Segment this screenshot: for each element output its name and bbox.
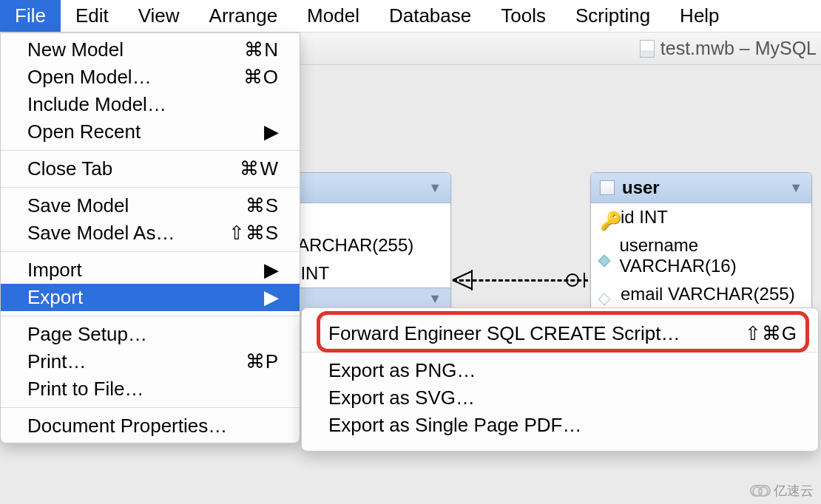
diamond-icon: [600, 287, 613, 301]
table-name: user: [622, 177, 660, 198]
diamond-icon: [600, 249, 612, 262]
menu-item-import[interactable]: Import ▶: [1, 256, 300, 284]
menu-item-export[interactable]: Export ▶: [1, 284, 300, 311]
menu-tools[interactable]: Tools: [486, 0, 561, 32]
svg-point-3: [567, 274, 578, 286]
document-icon: [640, 40, 655, 58]
svg-line-1: [453, 280, 472, 289]
menu-label: Export as PNG…: [328, 359, 476, 382]
column-text: username VARCHAR(16): [619, 235, 803, 276]
menu-shortcut: ⇧⌘G: [715, 322, 797, 345]
menu-label: Include Model…: [27, 93, 166, 116]
window-title: test.mwb – MySQL: [660, 38, 817, 59]
column-row[interactable]: username VARCHAR(16): [591, 231, 811, 280]
menubar: File Edit View Arrange Model Database To…: [0, 0, 821, 33]
key-icon: 🔑: [600, 211, 613, 224]
menu-item-print-to-file[interactable]: Print to File…: [1, 375, 300, 403]
chevron-down-icon[interactable]: ▼: [789, 180, 803, 196]
export-submenu: Forward Engineer SQL CREATE Script… ⇧⌘G …: [301, 307, 819, 452]
menu-view[interactable]: View: [124, 0, 195, 32]
menu-file[interactable]: File: [0, 0, 61, 32]
table-header-user[interactable]: user ▼: [591, 173, 811, 203]
file-menu-dropdown: New Model ⌘N Open Model… ⌘O Include Mode…: [0, 33, 300, 443]
chevron-down-icon[interactable]: ▼: [428, 180, 442, 196]
menu-separator: [1, 316, 300, 316]
menu-label: Export as SVG…: [328, 386, 475, 409]
menu-item-export-png[interactable]: Export as PNG…: [302, 357, 818, 384]
submenu-arrow-icon: ▶: [234, 120, 279, 143]
menu-label: Open Model…: [27, 66, 152, 89]
menu-label: Page Setup…: [27, 323, 147, 346]
menu-label: Open Recent: [27, 120, 141, 143]
column-text: email VARCHAR(255): [621, 284, 795, 304]
menu-arrange[interactable]: Arrange: [195, 0, 293, 32]
watermark-icon: [750, 485, 771, 497]
menu-label: Close Tab: [27, 157, 112, 180]
menu-label: Document Properties…: [27, 415, 227, 437]
crowfoot-many-icon: [450, 268, 478, 292]
menu-label: Forward Engineer SQL CREATE Script…: [328, 322, 680, 345]
menu-item-print[interactable]: Print… ⌘P: [1, 348, 300, 375]
submenu-arrow-icon: ▶: [234, 286, 279, 309]
menu-shortcut: ⌘N: [214, 38, 279, 61]
menu-label: New Model: [27, 38, 124, 61]
one-ring-icon: [564, 271, 590, 289]
menu-item-close-tab[interactable]: Close Tab ⌘W: [1, 155, 300, 183]
column-row[interactable]: email VARCHAR(255): [591, 280, 811, 308]
menu-separator: [302, 352, 818, 353]
menu-label: Save Model: [27, 194, 129, 217]
menu-item-new-model[interactable]: New Model ⌘N: [1, 36, 300, 64]
menu-label: Import: [27, 259, 82, 282]
menu-item-save-model[interactable]: Save Model ⌘S: [1, 192, 300, 219]
menu-edit[interactable]: Edit: [61, 0, 124, 32]
menu-help[interactable]: Help: [665, 0, 734, 32]
menu-scripting[interactable]: Scripting: [561, 0, 665, 32]
menu-separator: [1, 251, 300, 252]
watermark-text: 亿速云: [774, 482, 814, 500]
menu-item-page-setup[interactable]: Page Setup…: [1, 321, 300, 348]
menu-model[interactable]: Model: [292, 0, 374, 32]
menu-shortcut: ⌘S: [216, 194, 279, 217]
table-icon: [600, 180, 615, 195]
menu-label: Save Model As…: [27, 222, 175, 245]
submenu-arrow-icon: ▶: [234, 259, 279, 282]
menu-shortcut: ⌘O: [214, 66, 279, 89]
menu-separator: [1, 407, 300, 408]
column-text: id INT: [621, 207, 668, 228]
menu-item-document-properties[interactable]: Document Properties…: [1, 412, 300, 440]
menu-label: Export as Single Page PDF…: [328, 414, 582, 437]
menu-label: Print to File…: [27, 378, 144, 401]
menu-item-open-recent[interactable]: Open Recent ▶: [1, 118, 300, 146]
menu-item-forward-engineer[interactable]: Forward Engineer SQL CREATE Script… ⇧⌘G: [302, 320, 818, 347]
menu-item-export-pdf[interactable]: Export as Single Page PDF…: [302, 412, 818, 439]
menu-separator: [1, 187, 300, 188]
menu-item-save-model-as[interactable]: Save Model As… ⇧⌘S: [1, 219, 300, 247]
menu-label: Print…: [27, 350, 86, 373]
menu-item-open-model[interactable]: Open Model… ⌘O: [1, 64, 300, 91]
menu-label: Export: [27, 286, 83, 309]
column-row[interactable]: 🔑 id INT: [591, 203, 811, 231]
menu-shortcut: ⌘W: [210, 157, 279, 180]
menu-item-export-svg[interactable]: Export as SVG…: [302, 384, 818, 412]
menu-shortcut: ⌘P: [216, 350, 279, 373]
menu-separator: [1, 150, 300, 151]
menu-database[interactable]: Database: [374, 0, 486, 32]
svg-line-0: [453, 271, 472, 280]
menu-item-include-model[interactable]: Include Model…: [1, 91, 300, 118]
menu-shortcut: ⇧⌘S: [199, 222, 279, 245]
watermark: 亿速云: [750, 482, 814, 500]
